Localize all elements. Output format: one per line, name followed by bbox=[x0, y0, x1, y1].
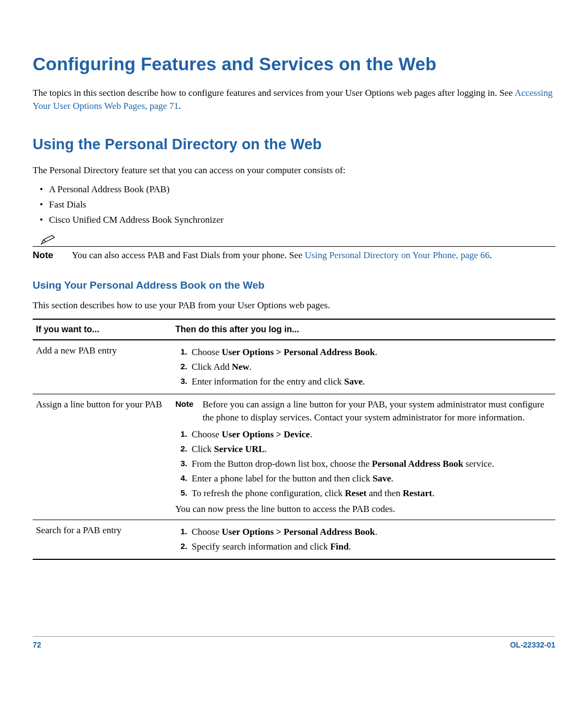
step-item: 1.Choose User Options > Device. bbox=[175, 428, 550, 441]
step-item: 1.Choose User Options > Personal Address… bbox=[175, 346, 550, 359]
step-item: 2.Click Service URL. bbox=[175, 443, 550, 456]
step-number: 2. bbox=[175, 361, 187, 374]
step-text: Specify search information and click Fin… bbox=[192, 540, 550, 553]
inline-note-label: Note bbox=[175, 398, 198, 424]
intro-post: . bbox=[179, 101, 181, 111]
note-post: . bbox=[489, 250, 492, 260]
page-heading: Configuring Features and Services on the… bbox=[33, 52, 555, 77]
step-item: 3.Enter information for the entry and cl… bbox=[175, 375, 550, 388]
note-link[interactable]: Using Personal Directory on Your Phone, … bbox=[305, 250, 490, 260]
pd-bullet-list: A Personal Address Book (PAB) Fast Dials… bbox=[33, 183, 555, 226]
page-number: 72 bbox=[33, 640, 41, 651]
step-item: 5.To refresh the phone configuration, cl… bbox=[175, 487, 550, 500]
step-number: 3. bbox=[175, 375, 187, 388]
want-cell: Assign a line button for your PAB bbox=[33, 394, 172, 520]
want-cell: Search for a PAB entry bbox=[33, 520, 172, 559]
procedure-table: If you want to... Then do this after you… bbox=[33, 319, 555, 560]
note-body: You can also access PAB and Fast Dials f… bbox=[72, 249, 555, 262]
intro-paragraph: The topics in this section describe how … bbox=[33, 87, 555, 113]
list-item: Cisco Unified CM Address Book Synchroniz… bbox=[33, 213, 555, 227]
step-text: Click Service URL. bbox=[192, 443, 550, 456]
table-row: Add a new PAB entry1.Choose User Options… bbox=[33, 340, 555, 394]
steps-list: 1.Choose User Options > Personal Address… bbox=[175, 346, 550, 388]
steps-cell: 1.Choose User Options > Personal Address… bbox=[172, 340, 555, 394]
step-item: 1.Choose User Options > Personal Address… bbox=[175, 526, 550, 539]
step-text: From the Button drop-down list box, choo… bbox=[192, 457, 550, 471]
step-number: 2. bbox=[175, 443, 187, 456]
step-number: 5. bbox=[175, 487, 187, 500]
page-footer: 72 OL-22332-01 bbox=[33, 636, 555, 651]
inline-note-text: Before you can assign a line button for … bbox=[203, 398, 550, 424]
step-item: 2.Specify search information and click F… bbox=[175, 540, 550, 553]
inline-note: NoteBefore you can assign a line button … bbox=[175, 398, 550, 424]
list-item: A Personal Address Book (PAB) bbox=[33, 183, 555, 196]
pencil-icon bbox=[40, 234, 57, 245]
step-text: Enter a phone label for the button and t… bbox=[192, 472, 550, 485]
steps-cell: NoteBefore you can assign a line button … bbox=[172, 394, 555, 520]
after-text: You can now press the line button to acc… bbox=[175, 503, 550, 516]
subsection-heading: Using Your Personal Address Book on the … bbox=[33, 278, 555, 293]
step-text: Choose User Options > Personal Address B… bbox=[192, 346, 550, 359]
intro-text: The topics in this section describe how … bbox=[33, 88, 514, 98]
step-item: 2.Click Add New. bbox=[175, 361, 550, 374]
note-block: Note You can also access PAB and Fast Di… bbox=[33, 234, 555, 262]
pab-intro: This section describes how to use your P… bbox=[33, 299, 555, 312]
step-number: 1. bbox=[175, 526, 187, 539]
step-number: 1. bbox=[175, 346, 187, 359]
doc-id: OL-22332-01 bbox=[510, 640, 555, 651]
table-header: If you want to... bbox=[33, 319, 172, 340]
note-pre: You can also access PAB and Fast Dials f… bbox=[72, 250, 305, 260]
note-label: Note bbox=[33, 249, 66, 262]
steps-list: 1.Choose User Options > Personal Address… bbox=[175, 526, 550, 553]
step-text: Click Add New. bbox=[192, 361, 550, 374]
step-number: 3. bbox=[175, 457, 187, 471]
step-number: 4. bbox=[175, 472, 187, 485]
step-text: Enter information for the entry and clic… bbox=[192, 375, 550, 388]
steps-list: 1.Choose User Options > Device.2.Click S… bbox=[175, 428, 550, 499]
step-number: 1. bbox=[175, 428, 187, 441]
step-text: Choose User Options > Personal Address B… bbox=[192, 526, 550, 539]
step-text: To refresh the phone configuration, clic… bbox=[192, 487, 550, 500]
section-heading: Using the Personal Directory on the Web bbox=[33, 135, 555, 155]
want-cell: Add a new PAB entry bbox=[33, 340, 172, 394]
svg-marker-0 bbox=[41, 235, 54, 244]
svg-line-1 bbox=[44, 240, 46, 242]
step-item: 4.Enter a phone label for the button and… bbox=[175, 472, 550, 485]
table-row: Assign a line button for your PABNoteBef… bbox=[33, 394, 555, 520]
steps-cell: 1.Choose User Options > Personal Address… bbox=[172, 520, 555, 559]
pd-intro: The Personal Directory feature set that … bbox=[33, 164, 555, 177]
table-row: Search for a PAB entry1.Choose User Opti… bbox=[33, 520, 555, 559]
list-item: Fast Dials bbox=[33, 198, 555, 211]
step-number: 2. bbox=[175, 540, 187, 553]
step-text: Choose User Options > Device. bbox=[192, 428, 550, 441]
step-item: 3.From the Button drop-down list box, ch… bbox=[175, 457, 550, 471]
table-header: Then do this after you log in... bbox=[172, 319, 555, 340]
